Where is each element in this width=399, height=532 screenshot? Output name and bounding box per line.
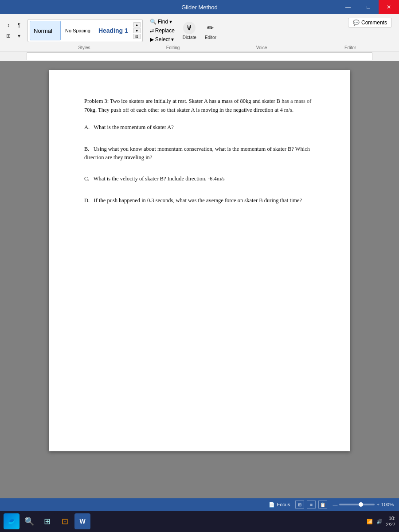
question-a: A. What is the momentum of skater A? [84,123,319,132]
zoom-slider[interactable]: — + 100% [332,502,394,507]
dictate-icon[interactable]: 🎙 [183,22,196,34]
title-bar: Glider Method — □ ✕ [0,0,399,14]
view-list-icon[interactable]: ≡ [307,501,316,509]
taskbar-volume-icon[interactable]: 🔊 [376,519,383,524]
editing-row-3: ▶ Select ▾ [147,35,177,43]
taskbar-time: 10: 2/27 [386,515,395,528]
section-labels: Styles Editing Voice Editor [4,45,395,51]
taskbar-edge-icon[interactable] [4,513,20,529]
style-no-spacing[interactable]: No Spacing [62,21,94,40]
question-d: D. If the push happened in 0.3 seconds, … [84,196,319,205]
taskbar-widgets-icon[interactable]: ⊞ [39,513,55,529]
status-bar: 📄 Focus ⊞ ≡ 📋 — + 100% [0,498,399,511]
left-tool-row-2: ⊞ ▾ [4,31,24,41]
styles-section-label: Styles [40,45,129,50]
select-icon: ▶ [150,36,154,43]
replace-button[interactable]: ⇄ Replace [147,27,177,35]
problem-text[interactable]: Problem 3: Two ice skaters are initially… [84,97,319,114]
replace-icon: ⇄ [150,28,154,34]
styles-scroll-down[interactable]: ▼ [133,28,141,33]
styles-expand[interactable]: ⊡ [133,34,141,39]
minimize-button[interactable]: — [338,0,358,14]
styles-scroll: ▲ ▼ ⊡ [133,22,141,39]
view-page-icon[interactable]: 📋 [318,501,327,509]
close-button[interactable]: ✕ [379,0,399,14]
ruler [0,51,399,61]
question-c: C. What is the velocity of skater B? Inc… [84,175,319,183]
document-area[interactable]: Problem 3: Two ice skaters are initially… [0,61,399,498]
styles-section: Normal No Spacing Heading 1 ▲ ▼ ⊡ [27,19,143,42]
sort-icon[interactable]: ↕ [4,20,13,30]
taskbar-search-icon[interactable]: 🔍 [21,513,37,529]
editor-section[interactable]: ✏ Editor [202,21,219,41]
zoom-plus[interactable]: + [376,502,379,507]
left-tools: ↕ ¶ ⊞ ▾ [4,20,24,41]
editing-row-2: ⇄ Replace [147,27,177,35]
editor-label: Editor [205,35,216,40]
taskbar-word-icon[interactable]: W [74,513,90,529]
view-icons: ⊞ ≡ 📋 [295,501,327,509]
dropdown-icon[interactable]: ▾ [14,31,24,41]
comments-icon: 💬 [353,20,360,26]
question-b-label: B. [84,146,89,152]
taskbar-clock: 10: [386,515,395,521]
editor-section-label: Editor [306,45,395,50]
zoom-percent: 100% [381,502,394,507]
status-right: 📄 Focus ⊞ ≡ 📋 — + 100% [269,501,394,509]
editing-section: 🔍 Find ▾ ⇄ Replace ▶ Select ▾ [147,18,177,43]
question-a-label: A. [84,124,90,130]
title-text: Glider Method [181,4,218,11]
find-dropdown[interactable]: ▾ [169,19,172,25]
styles-scroll-up[interactable]: ▲ [133,22,141,27]
taskbar-date: 2/27 [386,521,395,528]
question-d-text: If the push happened in 0.3 seconds, wha… [94,197,302,203]
taskbar-system: 📶 🔊 10: 2/27 [367,515,395,528]
slider-thumb [359,502,363,507]
zoom-minus[interactable]: — [332,502,337,507]
left-tool-row-1: ↕ ¶ [4,20,24,30]
dictate-label: Dictate [183,35,196,40]
voice-section: 🎙 Dictate [180,21,199,41]
taskbar-network-icon: 📶 [367,519,373,524]
editing-section-label: Editing [129,45,217,50]
question-b: B. Using what you know about momentum co… [84,145,319,162]
ribbon: ↕ ¶ ⊞ ▾ Normal No Spacing Heading 1 ▲ ▼ … [0,14,399,51]
toolbar-row: ↕ ¶ ⊞ ▾ Normal No Spacing Heading 1 ▲ ▼ … [4,16,395,45]
taskbar-store-icon[interactable]: ⊡ [57,513,73,529]
focus-button[interactable]: 📄 Focus [269,502,290,508]
title-bar-controls: — □ ✕ [338,0,399,14]
comments-button[interactable]: 💬 Comments [348,18,392,27]
editing-row-1: 🔍 Find ▾ [147,18,177,26]
ruler-inner [27,52,372,60]
find-icon: 🔍 [150,19,156,25]
grid-icon[interactable]: ⊞ [4,31,13,41]
page[interactable]: Problem 3: Two ice skaters are initially… [49,70,350,451]
word-window: Glider Method — □ ✕ ↕ ¶ ⊞ ▾ Normal [0,0,399,511]
style-normal[interactable]: Normal [30,21,61,40]
editor-icon: ✏ [204,22,217,34]
question-c-text: What is the velocity of skater B? Includ… [94,176,225,182]
taskbar: 🔍 ⊞ ⊡ W 📶 🔊 10: 2/27 [0,511,399,532]
select-button[interactable]: ▶ Select ▾ [147,35,176,43]
maximize-button[interactable]: □ [358,0,379,14]
voice-section-label: Voice [217,45,306,50]
question-d-label: D. [84,197,90,203]
glow-overlay [262,70,350,203]
style-heading1[interactable]: Heading 1 [95,21,132,40]
question-b-text: Using what you know about momentum conse… [84,146,310,160]
paragraph-icon[interactable]: ¶ [14,20,24,30]
focus-icon: 📄 [269,502,275,508]
question-c-label: C. [84,176,89,182]
find-button[interactable]: 🔍 Find ▾ [147,18,175,26]
view-grid-icon[interactable]: ⊞ [295,501,304,509]
question-a-text: What is the momentum of skater A? [94,124,174,130]
slider-track[interactable] [339,504,375,505]
select-dropdown[interactable]: ▾ [171,36,174,43]
